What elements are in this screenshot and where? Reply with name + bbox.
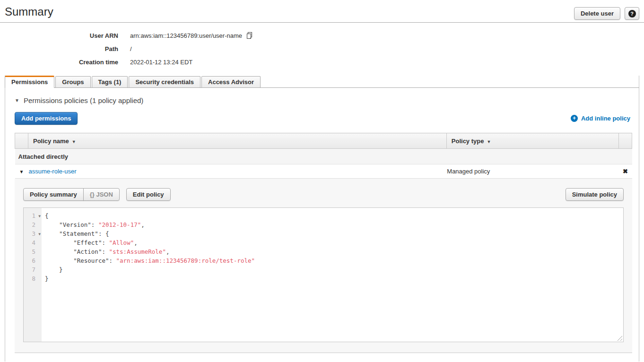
code-line: "Resource": "arn:aws:iam::123456789:role… (45, 256, 623, 265)
code-line: "Effect": "Allow", (45, 238, 623, 247)
add-permissions-button[interactable]: Add permissions (15, 112, 78, 125)
help-icon: ? (628, 10, 636, 17)
code-line: "Action": "sts:AssumeRole", (45, 247, 623, 256)
policy-name-link[interactable]: assume-role-user (28, 168, 76, 175)
line-number: 1▼ (24, 211, 42, 220)
line-number: 5 (24, 247, 42, 256)
row-expand-icon[interactable]: ▼ (19, 169, 24, 174)
fold-toggle-icon[interactable]: ▼ (38, 230, 41, 239)
code-line: } (45, 265, 623, 274)
remove-policy-icon[interactable]: ✖ (623, 168, 628, 175)
copy-icon[interactable] (246, 32, 253, 40)
policy-view-buttons: Policy summary {} JSON Edit policy Simul… (23, 188, 624, 201)
tab-bar: Permissions Groups Tags (1) Security cre… (5, 76, 639, 88)
code-line: } (45, 274, 623, 283)
path-label: Path (0, 45, 118, 52)
policy-name-column-header[interactable]: Policy name▼ (28, 133, 446, 149)
page-header: Summary Delete user ? (0, 0, 644, 22)
help-button[interactable]: ? (625, 7, 639, 20)
chevron-down-icon: ▼ (15, 98, 19, 103)
attached-directly-group-row: Attached directly (15, 149, 632, 164)
policy-type-column-header[interactable]: Policy type▼ (446, 133, 618, 149)
header-actions: Delete user ? (574, 7, 639, 20)
creation-time-label: Creation time (0, 59, 118, 66)
policy-table: Policy name▼ Policy type▼ Attached direc… (15, 133, 632, 179)
actions-column-header (618, 133, 632, 149)
policy-type-value: Managed policy (446, 164, 618, 179)
line-number: 4 (24, 238, 42, 247)
line-number: 7 (24, 265, 42, 274)
section-title: Permissions policies (1 policy applied) (24, 96, 143, 104)
code-line: "Statement": { (45, 229, 623, 238)
policy-json-editor[interactable]: 1▼23▼45678 { "Version": "2012-10-17", "S… (23, 207, 624, 342)
code-line: { (45, 211, 623, 220)
editor-gutter: 1▼23▼45678 (24, 208, 42, 342)
policy-actions-row: Add permissions + Add inline policy (15, 112, 632, 125)
editor-code[interactable]: { "Version": "2012-10-17", "Statement": … (42, 208, 623, 342)
user-info-section: User ARN arn:aws:iam::123456789:user/use… (0, 23, 644, 69)
permissions-policies-section-toggle[interactable]: ▼ Permissions policies (1 policy applied… (15, 96, 632, 104)
permissions-tab-content: ▼ Permissions policies (1 policy applied… (5, 96, 639, 353)
policy-summary-button[interactable]: Policy summary (23, 188, 84, 201)
info-row-creation-time: Creation time 2022-01-12 13:24 EDT (0, 55, 644, 69)
expander-column-header (15, 133, 28, 149)
policy-table-header-row: Policy name▼ Policy type▼ (15, 133, 632, 149)
policy-row: ▼ assume-role-user Managed policy ✖ (15, 164, 632, 179)
plus-circle-icon: + (571, 115, 578, 122)
code-line: "Version": "2012-10-17", (45, 220, 623, 229)
tab-tags[interactable]: Tags (1) (92, 76, 128, 87)
tab-groups[interactable]: Groups (55, 76, 90, 87)
info-row-path: Path / (0, 42, 644, 55)
line-number: 2 (24, 220, 42, 229)
tab-security-credentials[interactable]: Security credentials (129, 76, 200, 87)
page-title: Summary (5, 5, 53, 19)
add-inline-policy-link[interactable]: + Add inline policy (571, 115, 630, 122)
line-number: 6 (24, 256, 42, 265)
tab-permissions[interactable]: Permissions (5, 76, 54, 88)
json-view-button[interactable]: {} JSON (83, 188, 120, 201)
fold-toggle-icon[interactable]: ▼ (38, 212, 41, 221)
policy-view-toggle-group: Policy summary {} JSON (23, 188, 120, 201)
policy-detail-panel: Policy summary {} JSON Edit policy Simul… (15, 179, 632, 353)
creation-time-value: 2022-01-12 13:24 EDT (130, 59, 192, 66)
line-number: 8 (24, 274, 42, 283)
group-header-label: Attached directly (15, 149, 632, 164)
path-value: / (130, 45, 132, 52)
info-row-user-arn: User ARN arn:aws:iam::123456789:user/use… (0, 29, 644, 42)
main-panel: Permissions Groups Tags (1) Security cre… (5, 76, 639, 362)
tab-access-advisor[interactable]: Access Advisor (201, 76, 261, 87)
user-arn-label: User ARN (0, 32, 118, 39)
sort-caret-icon: ▼ (72, 139, 76, 144)
edit-policy-button[interactable]: Edit policy (126, 188, 171, 201)
sort-caret-icon: ▼ (487, 139, 491, 144)
simulate-policy-button[interactable]: Simulate policy (566, 188, 624, 201)
delete-user-button[interactable]: Delete user (574, 7, 620, 20)
line-number: 3▼ (24, 229, 42, 238)
user-arn-value: arn:aws:iam::123456789:user/user-name (130, 32, 242, 39)
